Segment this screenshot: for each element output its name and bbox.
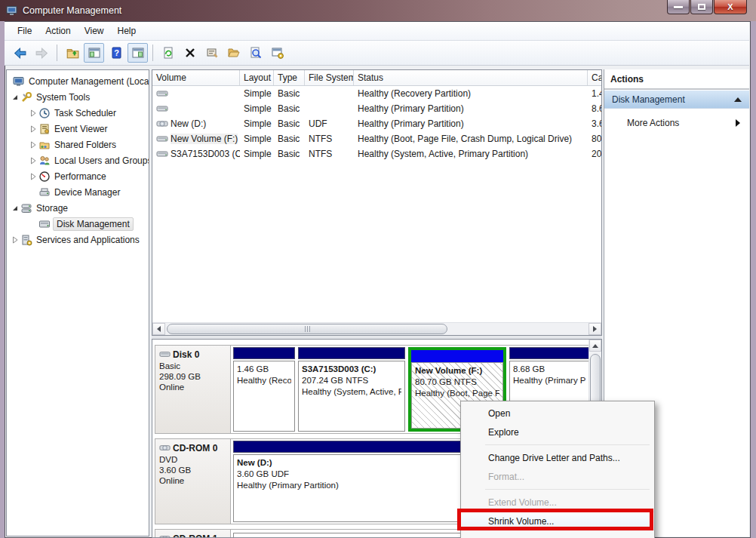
volume-status-cell: Healthy (System, Active, Primary Partiti… [354, 149, 588, 159]
volume-row-item[interactable]: SimpleBasicHealthy (Primary Partition)8.… [152, 101, 601, 116]
forward-button[interactable] [32, 43, 52, 63]
collapsed-arrow-icon[interactable] [28, 125, 38, 133]
volume-row-item[interactable]: SimpleBasicHealthy (Recovery Partition)1… [152, 86, 601, 101]
tree-item-disk-management[interactable]: Disk Management [7, 216, 149, 232]
partition-color-bar [411, 350, 503, 362]
volume-icon [156, 148, 168, 160]
volume-status-cell: Healthy (Boot, Page File, Crash Dump, Lo… [354, 134, 588, 144]
partition-size: 80.70 GB NTFS [415, 377, 499, 388]
menu-separator [485, 489, 650, 490]
delete-button[interactable] [180, 43, 200, 63]
column-header-type[interactable]: Type [274, 70, 305, 85]
collapse-section-icon[interactable] [734, 97, 742, 102]
volume-name: S3A7153D003 (C:) [171, 149, 240, 159]
column-header-volume[interactable]: Volume [152, 70, 240, 85]
disk-label-disk-0[interactable]: Disk 0Basic298.09 GBOnline [155, 346, 231, 433]
column-header-status[interactable]: Status [354, 70, 588, 85]
tree-item-label: Shared Folders [54, 140, 116, 150]
tree-item-computer-management-local[interactable]: Computer Management (Local [7, 73, 149, 89]
expanded-arrow-icon[interactable] [10, 94, 20, 101]
help-button[interactable]: ? [106, 43, 126, 63]
partition-status: Healthy (Boot, Page File, Crash Dump, Lo… [415, 388, 499, 399]
minimize-button[interactable] [667, 0, 690, 14]
tree-item-system-tools[interactable]: System Tools [7, 89, 149, 105]
partition-s3a7153d003-c[interactable]: S3A7153D003 (C:)207.24 GB NTFSHealthy (S… [298, 347, 405, 432]
disk-label-cd-rom-1[interactable]: CD-ROM 1 [155, 530, 231, 538]
cd-icon [159, 533, 171, 538]
tree-item-local-users-and-groups[interactable]: Local Users and Groups [7, 152, 149, 168]
tree-item-performance[interactable]: Performance [7, 168, 149, 184]
back-button[interactable] [10, 43, 30, 63]
refresh-button[interactable] [158, 43, 178, 63]
tree-item-shared-folders[interactable]: Shared Folders [7, 137, 149, 152]
scroll-up-button[interactable] [589, 340, 601, 352]
up-level-button[interactable] [62, 43, 82, 63]
menu-bar: FileActionViewHelp [5, 22, 749, 41]
partition-size: 1.46 GB [237, 364, 291, 375]
scrollbar-thumb[interactable] [167, 324, 447, 334]
show-action-pane-button[interactable] [128, 43, 148, 63]
column-header-capacity[interactable]: Capacity [588, 70, 602, 85]
console-tree-pane: Computer Management (LocalSystem ToolsTa… [6, 69, 149, 536]
volume-row-new-d[interactable]: New (D:)SimpleBasicUDFHealthy (Primary P… [152, 116, 601, 131]
computer-icon [13, 75, 25, 88]
disk-name: Disk 0 [159, 349, 226, 360]
more-actions-item[interactable]: More Actions [604, 113, 749, 132]
volume-name-cell [152, 103, 240, 115]
scroll-left-button[interactable] [152, 323, 165, 335]
settings-button[interactable] [267, 43, 287, 63]
show-console-tree-button[interactable] [84, 43, 104, 63]
context-menu-item-explore[interactable]: Explore [461, 423, 654, 441]
volume-layout-cell: Simple [240, 103, 274, 114]
tree-item-services-and-applications[interactable]: Services and Applications [7, 232, 149, 247]
collapsed-arrow-icon[interactable] [28, 173, 38, 180]
actions-section-label: Disk Management [612, 94, 685, 105]
scrollbar-track[interactable] [165, 323, 589, 335]
partition-size: 207.24 GB NTFS [302, 375, 401, 386]
actions-section-disk-management[interactable]: Disk Management [604, 90, 749, 109]
tree-item-task-scheduler[interactable]: Task Scheduler [7, 105, 149, 121]
context-menu-item-change-drive-letter-and-paths[interactable]: Change Drive Letter and Paths... [461, 448, 654, 467]
volume-row-s3a7153d003-c[interactable]: S3A7153D003 (C:)SimpleBasicNTFSHealthy (… [152, 146, 601, 161]
column-header-layout[interactable]: Layout [240, 70, 274, 85]
disk-label-cd-rom-0[interactable]: CD-ROM 0DVD3.60 GBOnline [155, 439, 231, 524]
volume-layout-cell: Simple [240, 88, 274, 99]
volume-list-pane: VolumeLayoutTypeFile SystemStatusCapacit… [152, 69, 602, 336]
tree-item-device-manager[interactable]: Device Manager [7, 184, 149, 200]
volume-capacity-cell: 3.60 GB [588, 118, 602, 129]
title-bar[interactable]: Computer Management X [0, 0, 756, 21]
tree-item-storage[interactable]: Storage [7, 200, 149, 216]
menu-action[interactable]: Action [38, 23, 77, 38]
volume-row-new-volume-f[interactable]: New Volume (F:)SimpleBasicNTFSHealthy (B… [152, 131, 601, 146]
context-menu-item-open[interactable]: Open [461, 404, 654, 423]
context-menu-item-format[interactable]: Format... [461, 467, 654, 486]
up-level-icon [66, 46, 79, 60]
menu-help[interactable]: Help [111, 23, 143, 38]
maximize-button[interactable] [690, 0, 713, 14]
users-icon [38, 155, 51, 167]
menu-view[interactable]: View [78, 23, 111, 38]
find-button[interactable] [245, 43, 266, 63]
scroll-right-button[interactable] [589, 323, 601, 335]
scrollbar-thumb[interactable] [590, 354, 601, 405]
task-scheduler-icon [38, 107, 51, 119]
expanded-arrow-icon[interactable] [10, 204, 20, 212]
disk-management-icon [38, 218, 51, 230]
open-folder-button[interactable] [223, 43, 244, 63]
column-header-file-system[interactable]: File System [305, 70, 354, 85]
cd-drive-icon [156, 118, 168, 130]
properties-button[interactable] [201, 43, 222, 63]
menu-file[interactable]: File [11, 23, 38, 38]
collapsed-arrow-icon[interactable] [28, 141, 38, 149]
partition-item[interactable]: 1.46 GBHealthy (Recovery Partition) [233, 347, 295, 432]
tree-item-label: Device Manager [54, 187, 120, 198]
volume-status-cell: Healthy (Primary Partition) [354, 118, 588, 129]
collapsed-arrow-icon[interactable] [28, 109, 38, 117]
horizontal-scrollbar[interactable] [152, 322, 601, 335]
collapsed-arrow-icon[interactable] [10, 236, 20, 244]
close-button[interactable]: X [714, 0, 747, 14]
volume-status-cell: Healthy (Recovery Partition) [354, 88, 588, 99]
menu-item-label: Explore [488, 427, 519, 438]
collapsed-arrow-icon[interactable] [28, 157, 38, 164]
tree-item-event-viewer[interactable]: Event Viewer [7, 121, 149, 137]
